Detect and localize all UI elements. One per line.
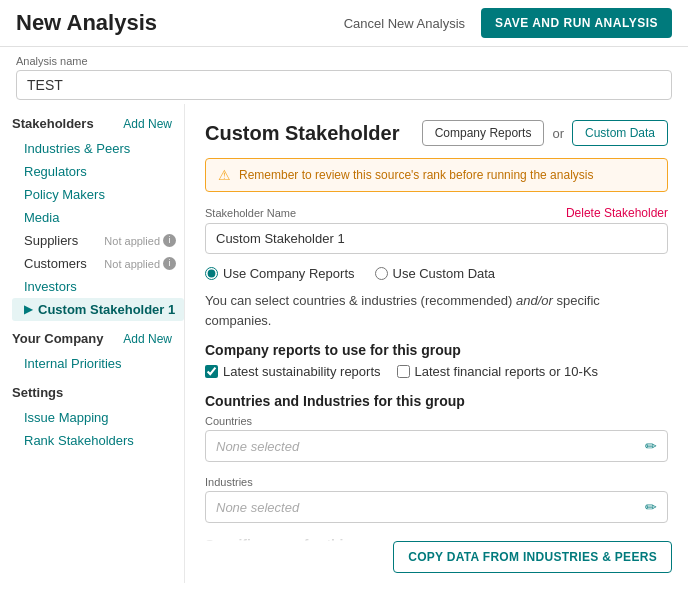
copy-data-button[interactable]: COPY DATA FROM INDUSTRIES & PEERS — [393, 541, 672, 573]
main-layout: Stakeholders Add New Industries & Peers … — [0, 104, 688, 583]
sidebar-arrow-icon: ▶ — [24, 303, 32, 316]
or-text: or — [552, 126, 564, 141]
radio-company-reports-label[interactable]: Use Company Reports — [205, 266, 355, 281]
warning-banner: ⚠ Remember to review this source's rank … — [205, 158, 668, 192]
page-title: New Analysis — [16, 10, 157, 36]
industries-select-section: Industries None selected ✏ — [205, 476, 668, 523]
warning-icon: ⚠ — [218, 167, 231, 183]
radio-custom-data[interactable] — [375, 267, 388, 280]
countries-placeholder: None selected — [216, 439, 299, 454]
content-header: Custom Stakeholder Company Reports or Cu… — [205, 120, 668, 146]
your-company-add-link[interactable]: Add New — [123, 332, 172, 346]
sidebar-item-label: Suppliers — [24, 233, 78, 248]
header: New Analysis Cancel New Analysis SAVE AN… — [0, 0, 688, 47]
customers-not-applied-badge: Not applied — [104, 258, 160, 270]
sidebar-item-label: Rank Stakeholders — [24, 433, 134, 448]
save-run-button[interactable]: SAVE AND RUN ANALYSIS — [481, 8, 672, 38]
sidebar-item-internal-priorities[interactable]: Internal Priorities — [12, 352, 184, 375]
sidebar-item-label: Custom Stakeholder 1 — [38, 302, 175, 317]
cancel-link[interactable]: Cancel New Analysis — [344, 16, 465, 31]
description-text: You can select countries & industries (r… — [205, 291, 668, 330]
header-actions: Cancel New Analysis SAVE AND RUN ANALYSI… — [344, 8, 672, 38]
company-reports-section: Company reports to use for this group La… — [205, 342, 668, 379]
suppliers-info-icon[interactable]: i — [163, 234, 176, 247]
sidebar-item-media[interactable]: Media — [12, 206, 184, 229]
delete-stakeholder-link[interactable]: Delete Stakeholder — [566, 206, 668, 220]
content-title: Custom Stakeholder — [205, 122, 399, 145]
stakeholder-name-row: Stakeholder Name Delete Stakeholder — [205, 206, 668, 254]
industries-edit-icon[interactable]: ✏ — [645, 499, 657, 515]
radio-custom-data-label[interactable]: Use Custom Data — [375, 266, 496, 281]
sidebar-item-label: Media — [24, 210, 59, 225]
sidebar: Stakeholders Add New Industries & Peers … — [0, 104, 185, 583]
industries-select-row[interactable]: None selected ✏ — [205, 491, 668, 523]
analysis-name-label: Analysis name — [16, 55, 672, 67]
countries-edit-icon[interactable]: ✏ — [645, 438, 657, 454]
sidebar-item-suppliers[interactable]: Suppliers — [12, 229, 86, 252]
sidebar-item-label: Industries & Peers — [24, 141, 130, 156]
sidebar-item-label: Internal Priorities — [24, 356, 122, 371]
sidebar-item-label: Regulators — [24, 164, 87, 179]
sidebar-item-customers[interactable]: Customers — [12, 252, 95, 275]
checkbox-financial-label[interactable]: Latest financial reports or 10-Ks — [397, 364, 599, 379]
industries-sublabel: Industries — [205, 476, 668, 488]
settings-section-header: Settings — [12, 385, 184, 400]
settings-title: Settings — [12, 385, 63, 400]
stakeholder-name-label-row: Stakeholder Name Delete Stakeholder — [205, 206, 668, 220]
sidebar-item-regulators[interactable]: Regulators — [12, 160, 184, 183]
sidebar-item-policy-makers[interactable]: Policy Makers — [12, 183, 184, 206]
sidebar-item-label: Customers — [24, 256, 87, 271]
industries-placeholder: None selected — [216, 500, 299, 515]
stakeholder-name-label: Stakeholder Name — [205, 207, 296, 219]
sidebar-item-rank-stakeholders[interactable]: Rank Stakeholders — [12, 429, 184, 452]
sidebar-item-label: Investors — [24, 279, 77, 294]
sidebar-item-suppliers-row: Suppliers Not applied i — [12, 229, 184, 252]
checkbox-group: Latest sustainability reports Latest fin… — [205, 364, 668, 379]
radio-custom-data-text: Use Custom Data — [393, 266, 496, 281]
countries-select-row[interactable]: None selected ✏ — [205, 430, 668, 462]
stakeholders-title: Stakeholders — [12, 116, 94, 131]
footer-bar: COPY DATA FROM INDUSTRIES & PEERS — [185, 531, 688, 583]
sidebar-item-issue-mapping[interactable]: Issue Mapping — [12, 406, 184, 429]
stakeholders-add-link[interactable]: Add New — [123, 117, 172, 131]
radio-company-reports[interactable] — [205, 267, 218, 280]
your-company-section-header: Your Company Add New — [12, 331, 184, 346]
radio-company-reports-text: Use Company Reports — [223, 266, 355, 281]
radio-group: Use Company Reports Use Custom Data — [205, 266, 668, 281]
stakeholder-name-input[interactable] — [205, 223, 668, 254]
checkbox-sustainability-label[interactable]: Latest sustainability reports — [205, 364, 381, 379]
sidebar-item-label: Policy Makers — [24, 187, 105, 202]
your-company-title: Your Company — [12, 331, 104, 346]
checkbox-financial-text: Latest financial reports or 10-Ks — [415, 364, 599, 379]
sidebar-item-custom-stakeholder-1[interactable]: ▶ Custom Stakeholder 1 — [12, 298, 184, 321]
warning-text: Remember to review this source's rank be… — [239, 168, 593, 182]
company-reports-section-title: Company reports to use for this group — [205, 342, 668, 358]
checkbox-sustainability-text: Latest sustainability reports — [223, 364, 381, 379]
countries-sublabel: Countries — [205, 415, 668, 427]
company-reports-button[interactable]: Company Reports — [422, 120, 545, 146]
customers-info-icon[interactable]: i — [163, 257, 176, 270]
content-area: Custom Stakeholder Company Reports or Cu… — [185, 104, 688, 583]
sidebar-item-industries-peers[interactable]: Industries & Peers — [12, 137, 184, 160]
sidebar-item-investors[interactable]: Investors — [12, 275, 184, 298]
analysis-name-section: Analysis name — [0, 47, 688, 104]
sidebar-item-customers-row: Customers Not applied i — [12, 252, 184, 275]
countries-industries-section: Countries and Industries for this group … — [205, 393, 668, 523]
sidebar-item-label: Issue Mapping — [24, 410, 109, 425]
report-type-buttons: Company Reports or Custom Data — [422, 120, 668, 146]
analysis-name-input[interactable] — [16, 70, 672, 100]
checkbox-latest-sustainability[interactable] — [205, 365, 218, 378]
suppliers-not-applied-badge: Not applied — [104, 235, 160, 247]
custom-data-button[interactable]: Custom Data — [572, 120, 668, 146]
checkbox-latest-financial[interactable] — [397, 365, 410, 378]
stakeholders-section-header: Stakeholders Add New — [12, 116, 184, 131]
countries-select-section: Countries None selected ✏ — [205, 415, 668, 462]
countries-industries-title: Countries and Industries for this group — [205, 393, 668, 409]
